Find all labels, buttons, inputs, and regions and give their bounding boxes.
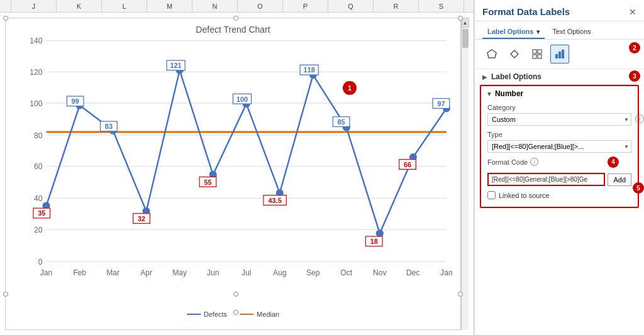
col-r: R	[374, 0, 419, 12]
svg-text:97: 97	[437, 100, 445, 107]
number-arrow: ▼	[486, 91, 492, 97]
svg-text:Jul: Jul	[242, 268, 251, 277]
svg-text:20: 20	[34, 226, 43, 234]
svg-text:Jun: Jun	[207, 268, 219, 277]
legend-median: Median	[240, 310, 279, 318]
format-code-input-row: Add 5	[481, 170, 638, 189]
annotation-2: 2	[629, 42, 640, 53]
format-code-row: Format Code i 4	[481, 155, 638, 170]
bar-chart-icon-btn[interactable]	[550, 45, 569, 63]
chart-title: Defect Trend Chart	[12, 25, 454, 35]
spreadsheet-area: J K L M N O P Q R S Defect Trend Chart	[0, 0, 474, 335]
type-select[interactable]: [Red][<=80]General;[Blue][>...	[487, 140, 631, 153]
svg-text:Feb: Feb	[73, 268, 86, 277]
svg-rect-59	[538, 50, 541, 53]
linked-to-source-checkbox[interactable]	[487, 191, 496, 199]
resize-handle-ml[interactable]	[3, 292, 8, 297]
col-j: J	[11, 0, 57, 12]
svg-text:Apr: Apr	[140, 268, 152, 277]
format-code-label: Format Code i 4	[487, 158, 631, 166]
legend-median-line	[240, 314, 253, 315]
col-s: S	[419, 0, 464, 12]
resize-handle-mt[interactable]	[233, 292, 238, 297]
format-panel: Format Data Labels ✕ Label Options ▾ Tex…	[474, 0, 644, 335]
svg-text:60: 60	[34, 162, 43, 171]
svg-text:Jan: Jan	[40, 268, 53, 277]
resize-handle-tr[interactable]	[458, 16, 463, 21]
col-l: L	[102, 0, 147, 12]
col-k: K	[57, 0, 102, 12]
svg-text:99: 99	[72, 97, 79, 105]
annotation-4: 4	[608, 157, 619, 168]
size-icon-btn[interactable]	[528, 45, 547, 63]
col-m: M	[147, 0, 192, 12]
category-info-icon: i	[635, 114, 644, 123]
svg-text:May: May	[172, 268, 187, 277]
col-o: O	[238, 0, 283, 12]
legend-median-label: Median	[257, 310, 279, 318]
svg-text:83: 83	[105, 123, 113, 130]
svg-text:120: 120	[30, 68, 42, 77]
svg-text:Oct: Oct	[340, 268, 352, 277]
annotation-3: 3	[629, 70, 640, 82]
panel-tabs: Label Options ▾ Text Options	[475, 21, 644, 40]
resize-handle-mr[interactable]	[458, 292, 463, 297]
legend-defects-line	[187, 314, 201, 315]
svg-text:80: 80	[34, 131, 43, 140]
scroll-thumb[interactable]	[462, 29, 469, 48]
row-header-spacer	[0, 0, 11, 12]
format-code-input[interactable]	[487, 173, 605, 186]
col-p: P	[283, 0, 328, 12]
icon-toolbar: 2	[475, 40, 644, 69]
svg-text:Aug: Aug	[273, 268, 287, 277]
svg-rect-58	[533, 50, 536, 53]
panel-close-button[interactable]: ✕	[629, 7, 636, 17]
linked-to-source-row: Linked to source	[481, 189, 638, 202]
svg-text:Dec: Dec	[406, 268, 420, 277]
number-section: ▼ Number Category Custom General Number …	[480, 85, 639, 208]
svg-text:32: 32	[138, 215, 145, 222]
svg-text:Jan: Jan	[440, 268, 453, 277]
svg-text:121: 121	[170, 62, 182, 69]
chart-outer: Defect Trend Chart 0 20 40	[5, 18, 461, 330]
pentagon-icon-btn[interactable]	[482, 45, 501, 63]
resize-handle-mb[interactable]	[233, 16, 238, 21]
svg-text:140: 140	[30, 36, 42, 45]
add-button[interactable]: Add	[608, 173, 631, 186]
svg-text:85: 85	[338, 118, 345, 126]
type-label: Type	[487, 131, 631, 138]
svg-text:18: 18	[370, 238, 378, 245]
label-options-label: Label Options	[491, 72, 541, 81]
annotation-5: 5	[633, 182, 644, 194]
svg-rect-63	[558, 52, 561, 58]
format-code-info-icon: i	[530, 158, 538, 166]
svg-marker-57	[511, 50, 518, 58]
svg-text:100: 100	[30, 99, 42, 108]
col-q: Q	[328, 0, 374, 12]
linked-to-source-label: Linked to source	[499, 192, 550, 199]
tab-text-options[interactable]: Text Options	[547, 25, 596, 39]
svg-text:43.5: 43.5	[269, 197, 282, 204]
svg-rect-60	[533, 55, 536, 58]
resize-handle-tl[interactable]	[3, 16, 8, 21]
chart-inner: 0 20 40 60 80 100 120 140	[12, 38, 454, 287]
effects-icon-btn[interactable]	[505, 45, 524, 63]
tab-label-options[interactable]: Label Options ▾	[482, 25, 545, 39]
svg-rect-64	[562, 50, 564, 58]
svg-text:66: 66	[404, 161, 411, 168]
chart-legend: Defects Median	[187, 310, 279, 318]
category-label: Category	[487, 104, 631, 111]
chart-svg: 0 20 40 60 80 100 120 140	[12, 38, 454, 287]
annotation-1: 1	[343, 81, 357, 95]
svg-text:Nov: Nov	[373, 268, 387, 277]
scrollbar[interactable]: ▲	[461, 18, 469, 330]
category-select[interactable]: Custom General Number Currency Percentag…	[487, 113, 631, 126]
col-n: N	[192, 0, 238, 12]
number-section-header[interactable]: ▼ Number	[481, 86, 638, 101]
type-row: Type [Red][<=80]General;[Blue][>... ▼	[481, 128, 638, 155]
svg-text:Sep: Sep	[306, 268, 320, 277]
label-options-section-row[interactable]: ▶ Label Options 3	[475, 69, 644, 85]
number-section-label: Number	[495, 89, 523, 98]
svg-text:40: 40	[34, 194, 43, 203]
panel-header: Format Data Labels ✕	[475, 0, 644, 21]
